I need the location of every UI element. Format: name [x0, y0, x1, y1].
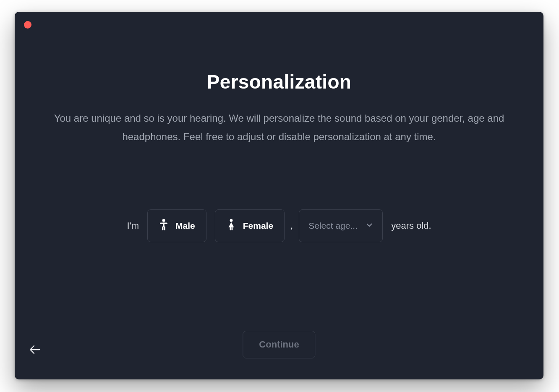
female-icon [226, 219, 236, 233]
svg-rect-6 [230, 227, 231, 230]
gender-female-label: Female [243, 221, 273, 231]
continue-button-label: Continue [259, 339, 299, 350]
gender-female-button[interactable]: Female [215, 209, 285, 242]
page-description: You are unique and so is your hearing. W… [52, 109, 506, 146]
main-content: Personalization You are unique and so is… [15, 71, 543, 242]
svg-point-0 [162, 219, 165, 222]
svg-point-5 [230, 219, 232, 222]
svg-rect-2 [163, 223, 165, 227]
gender-male-button[interactable]: Male [147, 209, 206, 242]
chevron-down-icon [366, 221, 373, 231]
age-select-placeholder: Select age... [308, 221, 358, 231]
back-button[interactable] [26, 342, 43, 358]
prefix-text: I'm [127, 220, 139, 231]
page-title: Personalization [15, 71, 543, 93]
close-window-button[interactable] [24, 21, 31, 29]
age-select[interactable]: Select age... [299, 209, 383, 242]
svg-rect-4 [164, 227, 165, 230]
separator-comma: , [290, 220, 293, 231]
app-window: Personalization You are unique and so is… [15, 12, 543, 379]
gender-male-label: Male [175, 221, 195, 231]
arrow-left-icon [29, 343, 41, 357]
continue-button[interactable]: Continue [243, 331, 315, 358]
male-icon [159, 219, 169, 233]
suffix-text: years old. [391, 220, 431, 231]
svg-rect-3 [162, 227, 163, 230]
personalization-form: I'm Male [15, 209, 543, 242]
svg-rect-7 [231, 227, 232, 230]
